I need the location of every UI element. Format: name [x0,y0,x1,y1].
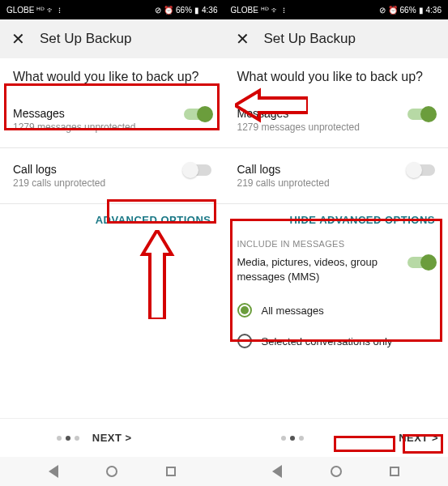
carrier-label: GLOBE [231,6,258,15]
status-time: 4:36 [202,6,217,15]
status-time: 4:36 [426,6,442,15]
nav-recent-icon[interactable] [390,467,399,476]
battery-icon: ▮ [419,6,424,15]
close-icon[interactable]: ✕ [236,29,250,49]
page-title: Set Up Backup [264,31,356,47]
signal-icon: ᴴᴰ ᯤ ⋮ [261,6,286,15]
next-button[interactable]: NEXT > [92,432,132,444]
radio-selected-label: Selected conversations only [262,335,393,347]
next-button[interactable]: NEXT > [399,432,438,444]
battery-icon: ▮ [194,6,199,15]
media-label: Media, pictures, videos, group messages … [237,255,383,284]
page-header: ✕ Set Up Backup [224,19,449,58]
android-navbar [0,457,224,486]
row-calllogs[interactable]: Call logs 219 calls unprotected [13,155,211,197]
screen-left: GLOBE ᴴᴰ ᯤ ⋮ ⊘ ⏰ 66% ▮ 4:36 ✕ Set Up Bac… [0,0,224,486]
messages-label: Messages [13,107,135,120]
messages-toggle[interactable] [184,109,211,120]
nav-recent-icon[interactable] [166,467,176,476]
messages-toggle[interactable] [407,109,435,120]
screen-right: GLOBE ᴴᴰ ᯤ ⋮ ⊘ ⏰ 66% ▮ 4:36 ✕ Set Up Bac… [224,0,449,486]
calllogs-sub: 219 calls unprotected [13,177,105,189]
footer-bar: NEXT > [224,418,449,457]
row-messages[interactable]: Messages 1279 messages unprotected [237,99,436,141]
media-toggle[interactable] [407,257,435,268]
divider [224,147,449,148]
carrier-label: GLOBE [6,6,34,15]
messages-label: Messages [237,107,360,120]
android-navbar [224,457,449,486]
media-row[interactable]: Media, pictures, videos, group messages … [237,255,436,284]
messages-sub: 1279 messages unprotected [13,122,135,133]
nav-home-icon[interactable] [331,466,342,477]
calllogs-toggle[interactable] [407,164,435,176]
backup-question: What would you like to back up? [237,70,436,84]
divider [0,203,224,204]
radio-icon-selected [237,303,252,318]
hide-advanced-link[interactable]: HIDE ADVANCED OPTIONS [237,214,436,226]
page-dots [57,436,79,441]
calllogs-label: Call logs [237,163,330,176]
advanced-options-link[interactable]: ADVANCED OPTIONS [13,214,211,226]
include-in-messages-header: INCLUDE IN MESSAGES [237,239,436,249]
radio-all-label: All messages [262,305,324,317]
backup-question: What would you like to back up? [13,70,211,84]
calllogs-label: Call logs [13,163,105,176]
radio-selected-only[interactable]: Selected conversations only [237,326,436,356]
advanced-section: INCLUDE IN MESSAGES Media, pictures, vid… [237,234,436,356]
footer-bar: NEXT > [0,418,224,457]
nav-back-icon[interactable] [272,465,282,478]
signal-icon: ᴴᴰ ᯤ ⋮ [36,6,62,15]
battery-percent: 66% [400,6,416,15]
battery-percent: 66% [176,6,192,15]
nav-home-icon[interactable] [106,466,117,477]
calllogs-sub: 219 calls unprotected [237,177,330,189]
radio-all-messages[interactable]: All messages [237,295,436,326]
row-messages[interactable]: Messages 1279 messages unprotected [13,99,211,141]
row-calllogs[interactable]: Call logs 219 calls unprotected [237,155,436,197]
status-bar: GLOBE ᴴᴰ ᯤ ⋮ ⊘ ⏰ 66% ▮ 4:36 [0,0,224,19]
messages-sub: 1279 messages unprotected [237,122,360,133]
radio-icon-unselected [237,334,252,348]
page-title: Set Up Backup [40,31,131,47]
divider [224,203,449,204]
calllogs-toggle[interactable] [184,164,211,176]
page-header: ✕ Set Up Backup [0,19,224,58]
status-bar: GLOBE ᴴᴰ ᯤ ⋮ ⊘ ⏰ 66% ▮ 4:36 [224,0,449,19]
nav-back-icon[interactable] [49,465,58,478]
alarm-icon: ⊘ ⏰ [379,6,398,15]
alarm-icon: ⊘ ⏰ [155,6,173,15]
page-dots [281,436,304,441]
divider [0,147,224,148]
close-icon[interactable]: ✕ [11,29,25,49]
